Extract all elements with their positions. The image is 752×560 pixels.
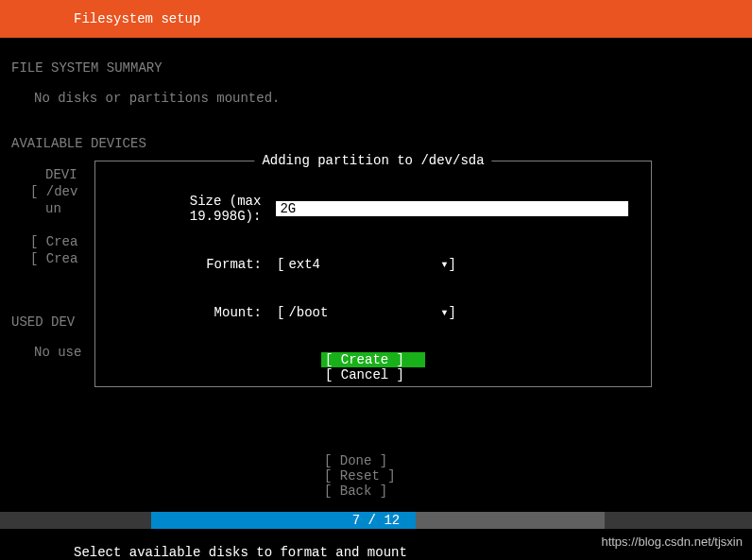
create-button[interactable]: [ Create ] [321,352,425,367]
footer-hint: Select available disks to format and mou… [74,545,407,560]
header-bar: Filesystem setup [0,0,752,38]
size-label: Size (max 19.998G): [118,194,276,224]
watermark: https://blog.csdn.net/tjsxin [601,535,743,549]
format-row: Format: [ ext4 ▾ ] [118,256,628,272]
dialog-title: Adding partition to /dev/sda [254,153,491,168]
format-dropdown[interactable]: [ ext4 ▾ ] [277,256,456,272]
progress-bar: 7 / 12 [0,512,752,529]
partition-dialog: Adding partition to /dev/sda Size (max 1… [94,161,652,387]
back-button[interactable]: [ Back ] [324,484,428,499]
mount-value: /boot [284,305,440,320]
cancel-button[interactable]: [ Cancel ] [321,367,425,382]
mount-row: Mount: [ /boot ▾ ] [118,304,628,320]
page-title: Filesystem setup [74,11,200,26]
dialog-buttons: [ Create ] [ Cancel ] [118,352,628,382]
bottom-buttons: [ Done ] [ Reset ] [ Back ] [0,453,752,499]
progress-track [416,512,605,529]
summary-text: No disks or partitions mounted. [11,91,741,106]
format-label: Format: [118,257,277,272]
size-input[interactable] [276,201,628,216]
mount-dropdown[interactable]: [ /boot ▾ ] [277,304,456,320]
size-row: Size (max 19.998G): [118,194,628,224]
chevron-down-icon: ▾ [440,304,448,320]
progress-text: 7 / 12 [352,512,400,529]
reset-button[interactable]: [ Reset ] [324,468,428,484]
available-heading: AVAILABLE DEVICES [11,136,741,151]
mount-label: Mount: [118,305,277,320]
format-value: ext4 [284,257,440,272]
summary-heading: FILE SYSTEM SUMMARY [11,60,741,76]
chevron-down-icon: ▾ [440,256,448,272]
done-button[interactable]: [ Done ] [324,453,428,468]
